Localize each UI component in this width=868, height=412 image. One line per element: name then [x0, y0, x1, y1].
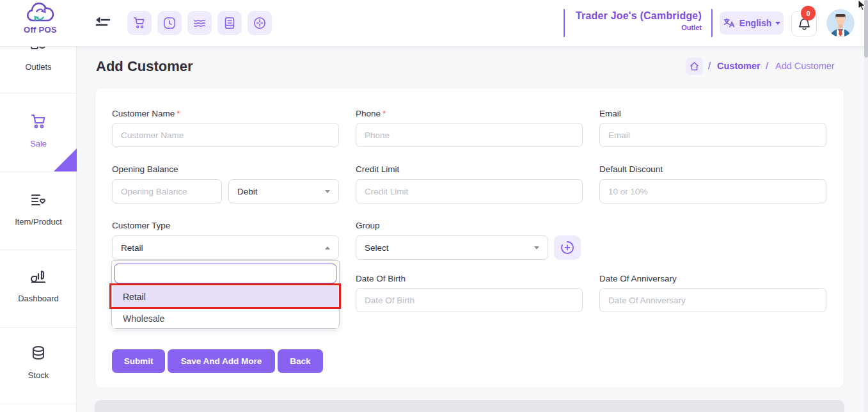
- customer-type-dropdown: Retail Wholesale: [111, 260, 340, 329]
- top-header: Off POS Trader Joe's (Cambridge) Outlet …: [0, 0, 868, 47]
- cloud-sync-icon: [25, 3, 56, 24]
- date-of-birth-label: Date Of Birth: [356, 274, 406, 283]
- outlet-name: Trader Joe's (Cambridge): [576, 10, 702, 22]
- email-input[interactable]: [599, 123, 826, 147]
- group-value: Select: [365, 243, 389, 253]
- sidebar-item-label: Dashboard: [0, 294, 77, 303]
- sidebar-item-label: Outlets: [0, 62, 77, 72]
- sidebar-item-label: Stock: [0, 370, 77, 380]
- ledger-icon: [223, 16, 237, 30]
- quick-layers-button[interactable]: [187, 11, 212, 35]
- dropdown-search-input[interactable]: [114, 264, 336, 283]
- credit-limit-label: Credit Limit: [356, 164, 399, 174]
- plus-circle-icon: [560, 240, 575, 255]
- group-select[interactable]: Select: [356, 235, 548, 260]
- option-wholesale[interactable]: Wholesale: [113, 308, 338, 328]
- breadcrumb-separator: /: [766, 61, 768, 71]
- option-retail[interactable]: Retail: [113, 286, 338, 308]
- balance-type-value: Debit: [237, 187, 258, 196]
- quick-cart-button[interactable]: [127, 11, 152, 35]
- current-outlet[interactable]: Trader Joe's (Cambridge) Outlet: [576, 10, 702, 31]
- date-of-anniversary-input[interactable]: [599, 288, 826, 312]
- stock-icon: [29, 353, 47, 364]
- notification-badge: 0: [801, 6, 816, 20]
- sidebar-item-stock[interactable]: Stock: [0, 344, 77, 380]
- back-button[interactable]: Back: [278, 349, 323, 373]
- customer-type-label: Customer Type: [112, 221, 170, 230]
- sidebar-item-sale[interactable]: Sale: [0, 113, 77, 148]
- phone-input[interactable]: [356, 123, 583, 147]
- avatar-image: [826, 9, 855, 37]
- sidebar-item-label: Item/Product: [0, 217, 77, 226]
- sidebar-item-label: Sale: [0, 139, 77, 148]
- chevron-down-icon: [534, 246, 539, 250]
- credit-limit-input[interactable]: [356, 179, 583, 203]
- phone-label: Phone*: [356, 109, 386, 118]
- default-discount-label: Default Discount: [599, 164, 663, 174]
- divider: [711, 9, 713, 37]
- quick-ledger-button[interactable]: [217, 11, 242, 35]
- breadcrumb-home[interactable]: [686, 58, 703, 75]
- opening-balance-input[interactable]: [112, 179, 222, 203]
- default-discount-input[interactable]: [599, 179, 826, 203]
- layers-icon: [193, 16, 207, 30]
- sidebar: Outlets Sale Item/Product Dashboard Stoc…: [0, 0, 77, 412]
- user-avatar[interactable]: [826, 9, 855, 37]
- page-title: Add Customer: [96, 58, 193, 75]
- dashboard-icon: [29, 276, 47, 287]
- balance-type-select[interactable]: Debit: [228, 179, 339, 203]
- scrollbar[interactable]: [864, 0, 868, 412]
- cart-icon: [132, 16, 146, 30]
- outlet-sublabel: Outlet: [576, 24, 702, 31]
- collapse-sidebar-icon[interactable]: [94, 14, 113, 33]
- required-mark: *: [383, 109, 386, 118]
- item-product-icon: [29, 200, 47, 210]
- chevron-down-icon: [325, 190, 330, 193]
- divider: [564, 9, 565, 37]
- customer-name-label: Customer Name*: [112, 109, 180, 118]
- save-and-add-more-button[interactable]: Save And Add More: [168, 349, 275, 373]
- date-of-birth-input[interactable]: [356, 288, 583, 312]
- divider: [0, 327, 77, 328]
- customer-type-value: Retail: [121, 243, 143, 253]
- breadcrumb-add-customer: Add Customer: [775, 61, 835, 71]
- email-label: Email: [599, 109, 621, 118]
- divider: [0, 93, 77, 93]
- breadcrumb-customer[interactable]: Customer: [717, 61, 761, 71]
- chevron-down-icon: [775, 22, 780, 25]
- app-logo[interactable]: Off POS: [18, 3, 63, 35]
- footer-card: [95, 400, 844, 412]
- customer-name-input[interactable]: [112, 123, 339, 147]
- language-label: English: [739, 18, 772, 28]
- language-selector[interactable]: English: [720, 12, 784, 35]
- active-item-marker: [54, 148, 77, 171]
- divider: [0, 171, 77, 172]
- opening-balance-label: Opening Balance: [112, 164, 178, 174]
- mouse-cursor: [858, 0, 867, 13]
- clock-icon: [162, 16, 177, 30]
- group-label: Group: [356, 221, 380, 230]
- sidebar-item-dashboard[interactable]: Dashboard: [0, 267, 77, 303]
- sale-cart-icon: [29, 122, 47, 132]
- required-mark: *: [177, 109, 180, 118]
- customer-type-select[interactable]: Retail: [112, 235, 339, 260]
- breadcrumb-separator: /: [708, 61, 711, 71]
- submit-button[interactable]: Submit: [112, 349, 165, 373]
- translate-icon: [723, 17, 736, 29]
- add-group-button[interactable]: [554, 235, 581, 260]
- date-of-anniversary-label: Date Of Anniversary: [599, 274, 677, 283]
- quick-clock-button[interactable]: [157, 11, 182, 35]
- dial-icon: [253, 16, 267, 30]
- chevron-up-icon: [325, 246, 330, 250]
- divider: [0, 404, 77, 404]
- home-icon: [690, 61, 699, 71]
- sidebar-item-item-product[interactable]: Item/Product: [0, 191, 77, 226]
- divider: [0, 250, 77, 250]
- quick-dial-button[interactable]: [248, 11, 272, 35]
- logo-text: Off POS: [18, 25, 63, 35]
